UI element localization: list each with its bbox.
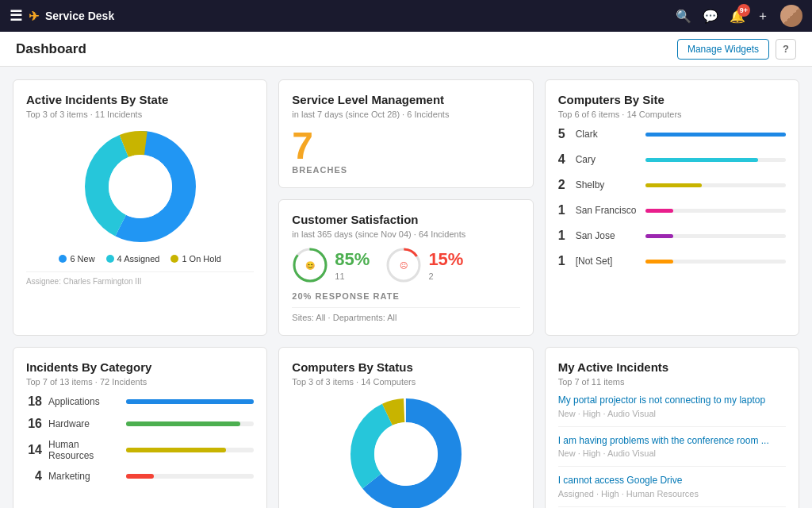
category-label-hardware: Hardware xyxy=(48,418,120,429)
site-row-cary: 4 Cary xyxy=(558,152,786,167)
category-row-hardware: 16 Hardware xyxy=(26,417,254,431)
slm-title: Service Level Management xyxy=(292,93,519,106)
incident-title-3[interactable]: I cannot access Google Drive xyxy=(558,475,786,487)
hamburger-icon[interactable]: ☰ xyxy=(10,7,22,25)
donut-chart-wrap: 6 New 4 Assigned 1 On Hold xyxy=(26,127,254,264)
my-active-incidents-subtitle: Top 7 of 11 items xyxy=(558,377,786,387)
incident-title-1[interactable]: My portal projector is not connecting to… xyxy=(558,394,786,407)
incident-item-2: I am having problems with the conference… xyxy=(558,435,786,468)
site-label-cary: Cary xyxy=(576,154,639,165)
incident-item-3: I cannot access Google Drive Assigned · … xyxy=(558,475,786,507)
category-row-hr: 14 Human Resources xyxy=(26,439,254,461)
legend-new-label: 6 New xyxy=(70,254,94,264)
svg-text:😊: 😊 xyxy=(305,260,316,271)
active-incidents-subtitle: Top 3 of 3 items · 11 Incidents xyxy=(26,110,254,119)
csat-negative-pct: 15% xyxy=(428,249,463,270)
plus-icon[interactable]: ＋ xyxy=(756,8,769,25)
incident-title-2[interactable]: I am having problems with the conference… xyxy=(558,435,786,448)
site-row-notset: 1 [Not Set] xyxy=(558,254,786,268)
computers-by-site-title: Computers By Site xyxy=(558,93,786,106)
active-incidents-card: Active Incidents By State Top 3 of 3 ite… xyxy=(13,79,267,336)
csat-negative-count: 2 xyxy=(428,271,463,281)
computers-by-status-subtitle: Top 3 of 3 items · 14 Computers xyxy=(292,377,519,387)
csat-row: 😊 85% 11 ☹ 15% 2 xyxy=(292,247,519,283)
computers-donut-wrap xyxy=(292,394,519,508)
category-bar-applications xyxy=(126,399,254,404)
category-label-applications: Applications xyxy=(48,396,120,407)
incident-meta-3: Assigned · High · Human Resources xyxy=(558,489,786,498)
svg-point-13 xyxy=(374,422,438,486)
site-num-sj: 1 xyxy=(558,229,569,243)
category-num-marketing: 4 xyxy=(26,469,42,483)
search-icon[interactable]: 🔍 xyxy=(676,9,691,24)
svg-text:☹: ☹ xyxy=(400,261,408,270)
my-active-incidents-card: My Active Incidents Top 7 of 11 items My… xyxy=(545,347,799,508)
active-incidents-title: Active Incidents By State xyxy=(26,93,254,106)
csat-positive-vals: 85% 11 xyxy=(335,249,370,281)
legend-assigned: 4 Assigned xyxy=(106,254,160,264)
legend-assigned-dot xyxy=(106,255,114,263)
computers-donut-svg xyxy=(339,394,473,508)
legend-new-dot xyxy=(59,255,67,263)
avatar[interactable] xyxy=(780,5,802,27)
site-row-sj: 1 San Jose xyxy=(558,229,786,243)
csat-footer: 20% RESPONSE RATE xyxy=(292,291,519,301)
site-bar-notset xyxy=(645,260,786,264)
csat-positive-count: 11 xyxy=(335,271,370,281)
incidents-by-category-card: Incidents By Category Top 7 of 13 items … xyxy=(13,347,267,508)
computers-by-status-title: Computers By Status xyxy=(292,360,519,374)
brand: ☰ ✈ Service Desk xyxy=(10,7,668,25)
site-label-shelby: Shelby xyxy=(576,179,639,190)
page-title: Dashboard xyxy=(16,41,86,57)
header-actions: Manage Widgets ? xyxy=(677,39,796,60)
site-row-clark: 5 Clark xyxy=(558,127,786,141)
site-label-sf: San Francisco xyxy=(576,205,639,216)
chat-icon[interactable]: 💬 xyxy=(703,9,718,24)
site-row-sf: 1 San Francisco xyxy=(558,203,786,217)
category-label-marketing: Marketing xyxy=(48,471,120,482)
bell-icon[interactable]: 🔔 9+ xyxy=(730,9,745,24)
computers-by-status-card: Computers By Status Top 3 of 3 items · 1… xyxy=(278,347,533,508)
bell-badge: 9+ xyxy=(737,4,750,17)
site-bar-sf xyxy=(645,209,786,213)
site-label-clark: Clark xyxy=(576,129,639,140)
donut-chart-svg xyxy=(73,127,208,246)
site-num-shelby: 2 xyxy=(558,178,569,192)
manage-widgets-button[interactable]: Manage Widgets xyxy=(677,39,769,60)
csat-filters: Sites: All · Departments: All xyxy=(292,307,519,322)
csat-subtitle: in last 365 days (since Nov 04) · 64 Inc… xyxy=(292,229,519,239)
incidents-by-category-title: Incidents By Category xyxy=(26,360,254,374)
incident-meta-1: New · High · Audio Visual xyxy=(558,409,786,418)
category-num-hr: 14 xyxy=(26,443,42,457)
slm-content: 7 BREACHES xyxy=(292,127,519,175)
site-bar-shelby xyxy=(645,183,786,187)
incidents-by-category-subtitle: Top 7 of 13 items · 72 Incidents xyxy=(26,377,254,387)
csat-card: Customer Satisfaction in last 365 days (… xyxy=(278,199,533,336)
site-num-sf: 1 xyxy=(558,203,569,217)
slm-label: BREACHES xyxy=(292,165,519,175)
my-active-incidents-list: My portal projector is not connecting to… xyxy=(558,394,786,508)
site-row-shelby: 2 Shelby xyxy=(558,178,786,192)
slm-number: 7 xyxy=(292,127,519,165)
legend-onhold: 1 On Hold xyxy=(170,254,221,264)
computers-by-site-card: Computers By Site Top 6 of 6 items · 14 … xyxy=(545,79,799,336)
legend-new: 6 New xyxy=(59,254,94,264)
nav-icons: 🔍 💬 🔔 9+ ＋ xyxy=(676,5,802,27)
csat-positive-circle: 😊 xyxy=(292,247,328,283)
legend-onhold-dot xyxy=(170,255,178,263)
csat-positive-pct: 85% xyxy=(335,249,370,270)
donut-legend: 6 New 4 Assigned 1 On Hold xyxy=(59,254,221,264)
csat-negative-circle: ☹ xyxy=(385,247,422,283)
help-button[interactable]: ? xyxy=(776,39,796,60)
svg-point-3 xyxy=(109,155,172,218)
topnav: ☰ ✈ Service Desk 🔍 💬 🔔 9+ ＋ xyxy=(0,0,812,32)
csat-negative-vals: 15% 2 xyxy=(428,249,463,281)
csat-negative: ☹ 15% 2 xyxy=(385,247,463,283)
incidents-by-category-list: 18 Applications 16 Hardware 14 Human Res… xyxy=(26,394,254,483)
site-bar-sj xyxy=(645,234,786,238)
site-num-cary: 4 xyxy=(558,152,569,167)
site-bar-clark xyxy=(645,133,786,137)
slm-subtitle: in last 7 days (since Oct 28) · 6 Incide… xyxy=(292,110,519,119)
dashboard: Active Incidents By State Top 3 of 3 ite… xyxy=(0,67,812,508)
subheader: Dashboard Manage Widgets ? xyxy=(0,32,812,67)
